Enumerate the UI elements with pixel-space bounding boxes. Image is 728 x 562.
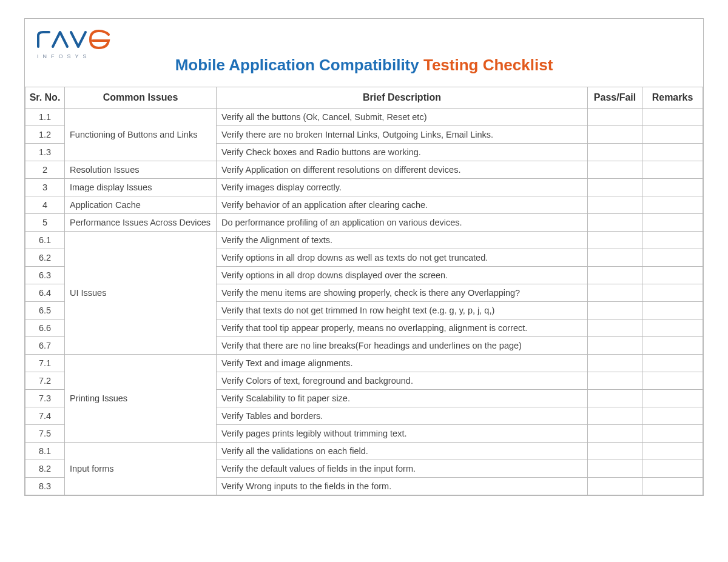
cell-remarks[interactable] bbox=[642, 302, 703, 319]
cell-description: Verify images display correctly. bbox=[217, 179, 588, 196]
cell-pass-fail[interactable] bbox=[588, 443, 642, 460]
cell-remarks[interactable] bbox=[642, 443, 703, 460]
document-header: INFOSYS Mobile Application Compatibility… bbox=[25, 19, 703, 87]
cell-sr-no: 6.7 bbox=[25, 337, 65, 355]
cell-remarks[interactable] bbox=[642, 478, 703, 495]
document-container: INFOSYS Mobile Application Compatibility… bbox=[24, 18, 704, 496]
cell-pass-fail[interactable] bbox=[588, 355, 642, 372]
cell-description: Do performance profiling of an applicati… bbox=[217, 214, 588, 232]
cell-pass-fail[interactable] bbox=[588, 214, 642, 232]
cell-remarks[interactable] bbox=[642, 109, 703, 126]
cell-pass-fail[interactable] bbox=[588, 196, 642, 214]
cell-description: Verify the menu items are showing proper… bbox=[217, 284, 588, 302]
cell-sr-no: 7.4 bbox=[25, 407, 65, 425]
cell-description: Verify behavior of an application after … bbox=[217, 196, 588, 214]
cell-sr-no: 6.5 bbox=[25, 302, 65, 319]
cell-pass-fail[interactable] bbox=[588, 460, 642, 478]
cell-sr-no: 5 bbox=[25, 214, 65, 232]
cell-remarks[interactable] bbox=[642, 232, 703, 249]
cell-sr-no: 6.2 bbox=[25, 249, 65, 267]
cell-pass-fail[interactable] bbox=[588, 179, 642, 196]
cell-pass-fail[interactable] bbox=[588, 302, 642, 319]
cell-description: Verify all the buttons (Ok, Cancel, Subm… bbox=[217, 109, 588, 126]
col-header-desc: Brief Description bbox=[217, 87, 588, 109]
cell-remarks[interactable] bbox=[642, 126, 703, 144]
cell-description: Verify options in all drop downs display… bbox=[217, 267, 588, 284]
cell-remarks[interactable] bbox=[642, 161, 703, 179]
cell-description: Verify Scalability to fit paper size. bbox=[217, 390, 588, 407]
cell-description: Verify that tool tip appear properly, me… bbox=[217, 319, 588, 337]
cell-description: Verify options in all drop downs as well… bbox=[217, 249, 588, 267]
cell-description: Verify Colors of text, foreground and ba… bbox=[217, 372, 588, 390]
cell-description: Verify there are no broken Internal Link… bbox=[217, 126, 588, 144]
cell-sr-no: 7.1 bbox=[25, 355, 65, 372]
cell-pass-fail[interactable] bbox=[588, 337, 642, 355]
checklist-table: Sr. No. Common Issues Brief Description … bbox=[25, 87, 703, 495]
cell-pass-fail[interactable] bbox=[588, 372, 642, 390]
cell-remarks[interactable] bbox=[642, 179, 703, 196]
cell-description: Verify Wrong inputs to the fields in the… bbox=[217, 478, 588, 495]
cell-pass-fail[interactable] bbox=[588, 267, 642, 284]
cell-pass-fail[interactable] bbox=[588, 144, 642, 161]
cell-common-issue: Printing Issues bbox=[65, 355, 217, 443]
cell-remarks[interactable] bbox=[642, 249, 703, 267]
cell-pass-fail[interactable] bbox=[588, 249, 642, 267]
title-part-2: Testing Checklist bbox=[423, 56, 553, 74]
cell-common-issue: Resolution Issues bbox=[65, 161, 217, 179]
cell-pass-fail[interactable] bbox=[588, 109, 642, 126]
cell-remarks[interactable] bbox=[642, 390, 703, 407]
cell-remarks[interactable] bbox=[642, 355, 703, 372]
page-title: Mobile Application Compatibility Testing… bbox=[37, 56, 691, 81]
logo: INFOSYS bbox=[37, 30, 116, 59]
table-row: 3Image display IssuesVerify images displ… bbox=[25, 179, 703, 196]
cell-sr-no: 6.4 bbox=[25, 284, 65, 302]
cell-remarks[interactable] bbox=[642, 267, 703, 284]
cell-sr-no: 8.2 bbox=[25, 460, 65, 478]
cell-pass-fail[interactable] bbox=[588, 126, 642, 144]
cell-common-issue: Input forms bbox=[65, 443, 217, 495]
cell-remarks[interactable] bbox=[642, 425, 703, 443]
table-row: 6.1UI IssuesVerify the Alignment of text… bbox=[25, 232, 703, 249]
col-header-remarks: Remarks bbox=[642, 87, 703, 109]
table-body: 1.1Functioning of Buttons and LinksVerif… bbox=[25, 109, 703, 495]
cell-remarks[interactable] bbox=[642, 284, 703, 302]
cell-pass-fail[interactable] bbox=[588, 390, 642, 407]
cell-description: Verify that texts do not get trimmed In … bbox=[217, 302, 588, 319]
cell-common-issue: Image display Issues bbox=[65, 179, 217, 196]
cell-sr-no: 6.3 bbox=[25, 267, 65, 284]
cell-pass-fail[interactable] bbox=[588, 284, 642, 302]
table-row: 7.1Printing IssuesVerify Text and image … bbox=[25, 355, 703, 372]
cell-sr-no: 1.2 bbox=[25, 126, 65, 144]
cell-description: Verify Tables and borders. bbox=[217, 407, 588, 425]
cell-remarks[interactable] bbox=[642, 460, 703, 478]
cell-remarks[interactable] bbox=[642, 196, 703, 214]
cell-description: Verify the default values of fields in t… bbox=[217, 460, 588, 478]
cell-common-issue: Functioning of Buttons and Links bbox=[65, 109, 217, 161]
cell-description: Verify Check boxes and Radio buttons are… bbox=[217, 144, 588, 161]
cell-common-issue: Application Cache bbox=[65, 196, 217, 214]
cell-sr-no: 8.1 bbox=[25, 443, 65, 460]
table-row: 4Application CacheVerify behavior of an … bbox=[25, 196, 703, 214]
cell-remarks[interactable] bbox=[642, 214, 703, 232]
cell-pass-fail[interactable] bbox=[588, 478, 642, 495]
table-header-row: Sr. No. Common Issues Brief Description … bbox=[25, 87, 703, 109]
cell-remarks[interactable] bbox=[642, 407, 703, 425]
rave-logo-icon bbox=[37, 30, 116, 49]
col-header-pass: Pass/Fail bbox=[588, 87, 642, 109]
cell-pass-fail[interactable] bbox=[588, 407, 642, 425]
cell-sr-no: 6.6 bbox=[25, 319, 65, 337]
cell-sr-no: 1.3 bbox=[25, 144, 65, 161]
cell-pass-fail[interactable] bbox=[588, 232, 642, 249]
cell-pass-fail[interactable] bbox=[588, 425, 642, 443]
cell-pass-fail[interactable] bbox=[588, 319, 642, 337]
table-row: 2Resolution IssuesVerify Application on … bbox=[25, 161, 703, 179]
cell-remarks[interactable] bbox=[642, 144, 703, 161]
cell-remarks[interactable] bbox=[642, 372, 703, 390]
cell-description: Verify all the validations on each field… bbox=[217, 443, 588, 460]
cell-description: Verify that there are no line breaks(For… bbox=[217, 337, 588, 355]
cell-remarks[interactable] bbox=[642, 337, 703, 355]
cell-sr-no: 6.1 bbox=[25, 232, 65, 249]
cell-remarks[interactable] bbox=[642, 319, 703, 337]
cell-common-issue: UI Issues bbox=[65, 232, 217, 355]
cell-pass-fail[interactable] bbox=[588, 161, 642, 179]
